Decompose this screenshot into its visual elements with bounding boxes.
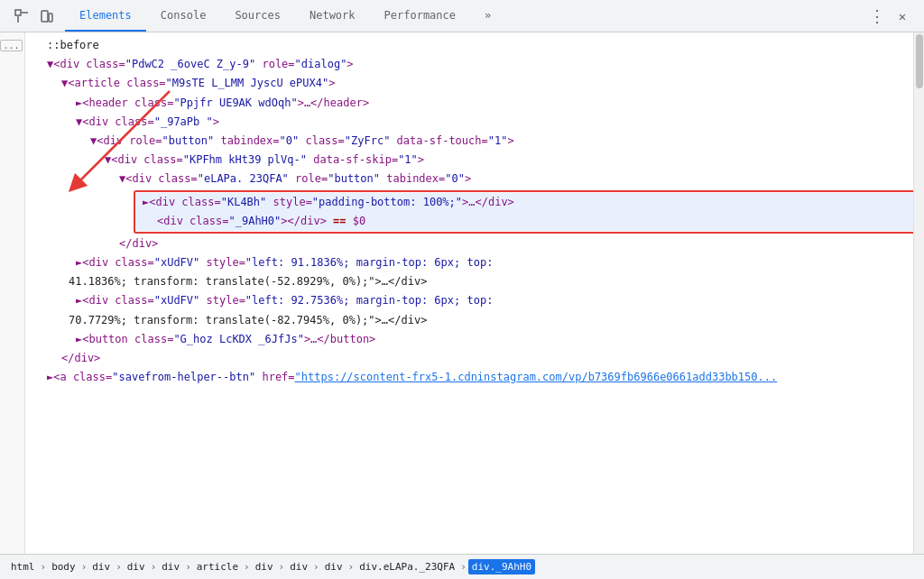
dom-line-5[interactable]: ▼<div class="_97aPb "> bbox=[25, 113, 924, 132]
breadcrumb-body[interactable]: body bbox=[48, 559, 79, 574]
scrollbar-track[interactable] bbox=[913, 32, 924, 554]
device-icon[interactable] bbox=[36, 5, 58, 27]
scrollbar-thumb[interactable] bbox=[916, 34, 923, 88]
breadcrumb-div-4[interactable]: div bbox=[252, 559, 277, 574]
dom-line-18[interactable]: ►<a class="savefrom-helper--btn" href="h… bbox=[25, 368, 924, 387]
tab-network[interactable]: Network bbox=[295, 0, 370, 32]
dom-line-before[interactable]: ::before bbox=[25, 36, 924, 55]
dom-tree: ::before ▼<div class="PdwC2 _6oveC Z_y-9… bbox=[25, 32, 924, 528]
dom-line-3-html: ▼<article class="M9sTE L_LMM JyscU ePUX4… bbox=[61, 77, 335, 89]
svg-rect-4 bbox=[49, 14, 52, 22]
left-panel-dots[interactable]: ... bbox=[0, 40, 22, 51]
more-options-icon[interactable]: ⋮ bbox=[866, 5, 888, 27]
breadcrumb-div-5[interactable]: div bbox=[286, 559, 311, 574]
tab-more[interactable]: » bbox=[470, 0, 505, 32]
dom-line-15-text: 70.7729%; transform: translate(-82.7945%… bbox=[69, 314, 427, 326]
dom-line-7-html: ▼<div class="KPFhm kHt39 plVq-" data-sf-… bbox=[105, 153, 424, 166]
breadcrumb-bar: html › body › div › div › div › article … bbox=[0, 554, 924, 579]
breadcrumb-html[interactable]: html bbox=[7, 559, 39, 574]
breadcrumb-div-1[interactable]: div bbox=[88, 559, 114, 574]
breadcrumb-div-elapa[interactable]: div.eLAPa._23QFA bbox=[356, 559, 458, 574]
dom-line-9-html: ►<div class="KL4Bh" style="padding-botto… bbox=[143, 196, 514, 208]
dom-line-9-highlighted[interactable]: ►<div class="KL4Bh" style="padding-botto… bbox=[135, 193, 915, 212]
dom-line-16[interactable]: ►<button class="G_hoz LcKDX _6JfJs">…</b… bbox=[25, 330, 924, 349]
dom-line-13-text: 41.1836%; transform: translate(-52.8929%… bbox=[69, 275, 427, 288]
dom-line-13[interactable]: 41.1836%; transform: translate(-52.8929%… bbox=[25, 272, 924, 291]
dom-line-18-html: ►<a class="savefrom-helper--btn" href="h… bbox=[47, 371, 777, 383]
dom-line-7[interactable]: ▼<div class="KPFhm kHt39 plVq-" data-sf-… bbox=[25, 151, 924, 170]
dom-line-2-html: ▼<div class="PdwC2 _6oveC Z_y-9" role="d… bbox=[47, 58, 354, 70]
tab-console[interactable]: Console bbox=[146, 0, 221, 32]
main-content: ... ::before ▼<div class="PdwC2 _6oveC Z… bbox=[0, 32, 924, 554]
highlighted-section: ►<div class="KL4Bh" style="padding-botto… bbox=[25, 190, 924, 234]
svg-rect-3 bbox=[42, 11, 48, 22]
tab-performance[interactable]: Performance bbox=[370, 0, 470, 32]
devtools-icon-group bbox=[4, 5, 65, 27]
dom-line-2[interactable]: ▼<div class="PdwC2 _6oveC Z_y-9" role="d… bbox=[25, 55, 924, 74]
dom-line-10-html: <div class="_9AhH0"></div> == $0 bbox=[157, 215, 365, 227]
close-icon[interactable]: ✕ bbox=[892, 5, 913, 27]
dom-line-5-html: ▼<div class="_97aPb "> bbox=[76, 115, 219, 128]
tab-sources[interactable]: Sources bbox=[220, 0, 295, 32]
dom-line-6[interactable]: ▼<div role="button" tabindex="0" class="… bbox=[25, 132, 924, 151]
breadcrumb-div-6[interactable]: div bbox=[321, 559, 346, 574]
dom-line-14-html: ►<div class="xUdFV" style="left: 92.7536… bbox=[76, 294, 493, 307]
dom-line-8[interactable]: ▼<div class="eLAPa. 23QFA" role="button"… bbox=[25, 170, 924, 188]
breadcrumb-div-2[interactable]: div bbox=[124, 559, 149, 574]
dom-line-3[interactable]: ▼<article class="M9sTE L_LMM JyscU ePUX4… bbox=[25, 74, 924, 93]
dom-line-8-html: ▼<div class="eLAPa. 23QFA" role="button"… bbox=[119, 172, 471, 185]
tab-elements[interactable]: Elements bbox=[65, 0, 146, 32]
dom-line-14[interactable]: ►<div class="xUdFV" style="left: 92.7536… bbox=[25, 291, 924, 310]
devtools-header: Elements Console Sources Network Perform… bbox=[0, 0, 924, 32]
pseudo-before-text: ::before bbox=[47, 39, 99, 51]
dom-line-12[interactable]: ►<div class="xUdFV" style="left: 91.1836… bbox=[25, 253, 924, 272]
dom-line-6-html: ▼<div role="button" tabindex="0" class="… bbox=[90, 134, 514, 147]
devtools-right-controls: ⋮ ✕ bbox=[859, 5, 920, 27]
dom-line-4[interactable]: ►<header class="Ppjfr UE9AK wdOqh">…</he… bbox=[25, 94, 924, 113]
dom-line-10-highlighted[interactable]: <div class="_9AhH0"></div> == $0 bbox=[135, 212, 915, 231]
breadcrumb-div-3[interactable]: div bbox=[158, 559, 183, 574]
inspect-icon[interactable] bbox=[11, 5, 32, 27]
dom-line-17[interactable]: </div> bbox=[25, 349, 924, 368]
dom-panel: ::before ▼<div class="PdwC2 _6oveC Z_y-9… bbox=[25, 32, 924, 554]
breadcrumb-div-9ahh0[interactable]: div._9AhH0 bbox=[468, 559, 535, 574]
dom-line-4-html: ►<header class="Ppjfr UE9AK wdOqh">…</he… bbox=[76, 96, 369, 109]
dom-line-12-html: ►<div class="xUdFV" style="left: 91.1836… bbox=[76, 256, 493, 269]
dom-line-11-html: </div> bbox=[119, 237, 158, 250]
dom-line-15[interactable]: 70.7729%; transform: translate(-82.7945%… bbox=[25, 311, 924, 330]
breadcrumb-article[interactable]: article bbox=[193, 559, 242, 574]
tabs-bar: Elements Console Sources Network Perform… bbox=[65, 0, 859, 32]
dom-line-11[interactable]: </div> bbox=[25, 234, 924, 253]
dom-line-16-html: ►<button class="G_hoz LcKDX _6JfJs">…</b… bbox=[76, 333, 375, 345]
svg-rect-0 bbox=[15, 10, 21, 15]
dom-line-17-html: </div> bbox=[61, 352, 100, 364]
